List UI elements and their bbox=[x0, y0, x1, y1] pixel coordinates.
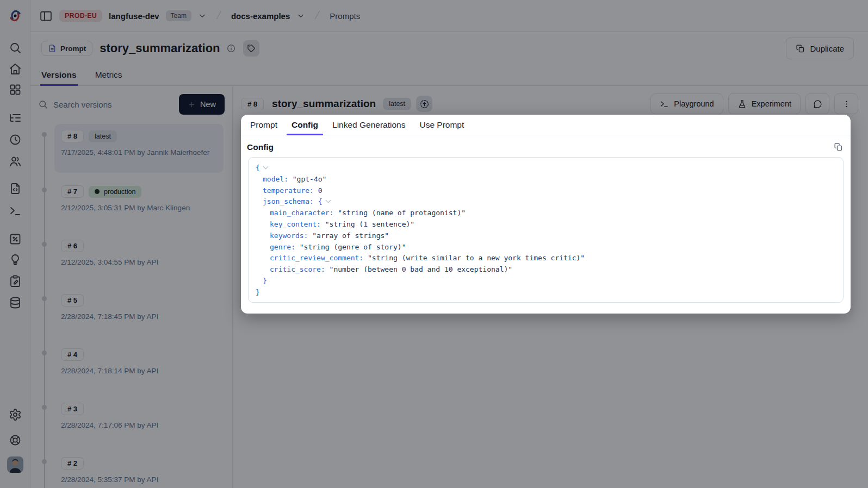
detail-tab-use-prompt[interactable]: Use Prompt bbox=[414, 115, 469, 135]
config-json-line: critic_score: "number (between 0 bad and… bbox=[256, 264, 836, 276]
config-json-line: keywords: "array of strings" bbox=[256, 230, 836, 242]
json-key: genre: bbox=[270, 243, 295, 251]
config-json-line: temperature: 0 bbox=[256, 185, 836, 197]
config-json-line: critic_review_comment: "string (write si… bbox=[256, 253, 836, 264]
json-key: model: bbox=[263, 175, 288, 183]
config-section-header: Config bbox=[241, 135, 851, 157]
json-value: "string (write similar to a new york tim… bbox=[363, 254, 585, 262]
json-key: key_content: bbox=[270, 220, 321, 228]
detail-tabs: PromptConfigLinked GenerationsUse Prompt bbox=[241, 115, 851, 135]
config-json-line: } bbox=[256, 276, 836, 287]
copy-config-button[interactable] bbox=[833, 142, 843, 152]
config-heading: Config bbox=[247, 142, 274, 152]
config-json-line: key_content: "string (1 sentence)" bbox=[256, 219, 836, 230]
json-bracket: { bbox=[314, 197, 323, 205]
config-json-line: model: "gpt-4o" bbox=[256, 174, 836, 185]
config-json-line: genre: "string (genre of story)" bbox=[256, 242, 836, 253]
copy-icon bbox=[834, 142, 843, 152]
detail-tab-prompt[interactable]: Prompt bbox=[245, 115, 282, 135]
config-json-line: json_schema: { bbox=[256, 196, 836, 208]
detail-tab-linked-generations[interactable]: Linked Generations bbox=[327, 115, 410, 135]
json-value: "array of strings" bbox=[308, 232, 389, 240]
json-bracket: } bbox=[256, 288, 260, 296]
json-key: critic_review_comment: bbox=[270, 254, 363, 262]
json-value: "string (genre of story)" bbox=[295, 243, 406, 251]
config-json-line: { bbox=[256, 162, 836, 174]
json-value: "gpt-4o" bbox=[288, 175, 326, 183]
version-detail-card: PromptConfigLinked GenerationsUse Prompt… bbox=[241, 115, 851, 314]
json-bracket: } bbox=[263, 277, 267, 285]
json-key: keywords: bbox=[270, 232, 308, 240]
config-json-line: main_character: "string (name of protago… bbox=[256, 208, 836, 219]
json-key: main_character: bbox=[270, 209, 333, 217]
json-key: json_schema: bbox=[263, 197, 314, 205]
json-value: "number (between 0 bad and 10 exceptiona… bbox=[325, 265, 512, 273]
json-key: critic_score: bbox=[270, 265, 325, 273]
json-value: "string (name of protagonist)" bbox=[333, 209, 466, 217]
config-json-viewer: {model: "gpt-4o"temperature: 0json_schem… bbox=[248, 157, 844, 303]
collapse-chevron-icon[interactable] bbox=[263, 164, 268, 170]
json-value: 0 bbox=[314, 186, 323, 195]
config-json-line: } bbox=[256, 287, 836, 298]
collapse-chevron-icon[interactable] bbox=[325, 198, 331, 203]
langfuse-app: PROD-EU langfuse-dev Team docs-examples … bbox=[0, 0, 868, 488]
detail-tab-config[interactable]: Config bbox=[287, 115, 323, 135]
json-bracket: { bbox=[256, 164, 260, 172]
json-value: "string (1 sentence)" bbox=[321, 220, 414, 228]
json-key: temperature: bbox=[263, 186, 314, 195]
